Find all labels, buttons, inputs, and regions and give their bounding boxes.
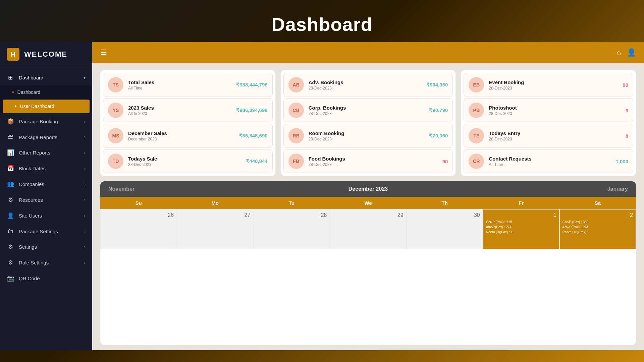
stat-card-td[interactable]: TD Todays Sale 28-Dec-2023 ₹440,844	[103, 149, 273, 173]
dashboard-icon: ⊞	[7, 74, 14, 81]
prev-month-label: November	[100, 186, 234, 192]
avatar-cr: CR	[469, 154, 484, 169]
card-value-ts: ₹988,444,796	[236, 82, 267, 88]
calendar-area: November December 2023 January Su Mo Tu …	[92, 181, 644, 350]
sidebar-item-settings[interactable]: ⚙ Settings ›	[0, 239, 92, 255]
settings-icon: ⚙	[7, 243, 14, 250]
avatar-fb: FB	[288, 154, 304, 169]
sidebar-item-dashboard[interactable]: ⊞ Dashboard ▾	[0, 70, 92, 85]
card-column-3: EB Event Booking 28-Dec-2023 90 PB Photo…	[461, 70, 636, 176]
stat-card-te[interactable]: TE Todays Entry 28-Dec-2023 8	[464, 124, 633, 148]
card-column-2: AB Adv. Bookings 28-Dec-2023 ₹994,960 CB…	[281, 70, 456, 176]
sidebar-item-companies[interactable]: 👥 Companies ›	[0, 176, 92, 192]
sidebar-item-resources[interactable]: ⚙ Resources ›	[0, 192, 92, 208]
other-reports-icon: 📊	[7, 149, 14, 156]
cal-day-num: 1	[486, 212, 556, 218]
sidebar-label-dashboard: Dashboard	[19, 75, 43, 80]
card-value-eb: 90	[623, 82, 628, 88]
cal-day-num: 28	[256, 212, 327, 218]
sidebar-item-block-dates[interactable]: 📅 Block Dates ›	[0, 161, 92, 176]
card-value-pb: 9	[626, 108, 628, 113]
card-sub-fb: 28-Dec-2023	[309, 162, 438, 167]
card-column-1: TS Total Sales All Time ₹988,444,796 YS …	[100, 70, 275, 176]
sidebar-item-role-settings[interactable]: ⚙ Role Settings ›	[0, 255, 92, 270]
stat-card-ab[interactable]: AB Adv. Bookings 28-Dec-2023 ₹994,960	[283, 73, 453, 97]
weekday-we: We	[330, 200, 406, 206]
sidebar-sub-dashboard: Dashboard User Dashboard	[0, 85, 92, 113]
cal-day-num: 27	[180, 212, 250, 218]
cal-day-num: 2	[562, 212, 633, 218]
cal-cell-29[interactable]: 29	[330, 209, 406, 249]
stat-card-ms[interactable]: MS December Sales December 2023 ₹86,846,…	[103, 124, 273, 148]
stat-card-eb[interactable]: EB Event Booking 28-Dec-2023 90	[464, 73, 633, 97]
card-value-cr: 1,000	[615, 159, 628, 164]
stat-card-rb[interactable]: RB Room Booking 28-Dec-2023 ₹79,060	[283, 124, 453, 148]
card-title-fb: Food Bookings	[309, 156, 438, 162]
sidebar-item-qr-code[interactable]: 📷 QR Code	[0, 270, 92, 286]
sidebar-item-package-reports[interactable]: 🗃 Package Reports ›	[0, 129, 92, 145]
companies-icon: 👥	[7, 181, 14, 188]
avatar-ab: AB	[288, 77, 304, 93]
cal-cell-27[interactable]: 27	[177, 209, 253, 249]
cal-cell-26[interactable]: 26	[100, 209, 177, 249]
sidebar-item-package-settings[interactable]: 🗂 Package Settings ›	[0, 224, 92, 239]
stat-card-cb[interactable]: CB Corp. Bookings 28-Dec-2023 ₹90,790	[283, 98, 453, 122]
stat-card-pb[interactable]: PB Photoshoot 28-Dec-2023 9	[464, 98, 633, 122]
calendar-weekdays: Su Mo Tu We Th Fr Sa	[100, 197, 636, 209]
stat-card-cr[interactable]: CR Contact Requests All Time 1,000	[464, 149, 633, 173]
card-sub-td: 28-Dec-2023	[128, 162, 241, 167]
curr-month-label: December 2023	[234, 186, 502, 192]
sidebar-item-dashboard-main[interactable]: Dashboard	[0, 85, 92, 99]
calendar-header: November December 2023 January	[100, 181, 636, 197]
avatar-eb: EB	[469, 77, 484, 93]
chevron-right-icon: ›	[84, 245, 86, 249]
next-month-label: January	[502, 186, 636, 192]
card-value-cb: ₹90,790	[429, 107, 448, 113]
card-value-td: ₹440,844	[246, 158, 267, 164]
block-dates-icon: 📅	[7, 165, 14, 172]
package-reports-icon: 🗃	[7, 134, 14, 140]
cal-cell-2[interactable]: 2 Cor-P (Pax) : 359Adv-P(Pax) : 293Room …	[559, 209, 636, 249]
chevron-right-icon: ›	[84, 150, 86, 155]
avatar-te: TE	[469, 128, 484, 143]
chevron-right-icon: ›	[84, 182, 86, 187]
hamburger-icon[interactable]: ☰	[100, 48, 107, 57]
cal-booking-info-1: Cor-P (Pax) : 718Adv-P(Pax) : 274Room (9…	[486, 220, 556, 235]
sidebar-item-user-dashboard[interactable]: User Dashboard	[3, 100, 90, 113]
card-sub-ms: December 2023	[128, 137, 234, 141]
weekday-su: Su	[100, 200, 177, 206]
card-title-ys: 2023 Sales	[128, 105, 231, 111]
avatar-pb: PB	[469, 103, 484, 118]
sidebar-item-package-booking[interactable]: 📦 Package Booking ›	[0, 114, 92, 129]
card-value-ys: ₹986,394,699	[236, 107, 267, 113]
card-sub-cr: All Time	[489, 162, 611, 167]
card-sub-eb: 28-Dec-2023	[489, 86, 618, 90]
card-title-rb: Room Booking	[309, 130, 425, 136]
card-title-pb: Photoshoot	[489, 105, 621, 111]
card-title-ms: December Sales	[128, 130, 234, 136]
avatar-cb: CB	[288, 103, 304, 118]
sidebar-logo: H WELCOME	[0, 42, 92, 67]
chevron-right-icon: ›	[84, 135, 86, 139]
weekday-sa: Sa	[559, 200, 636, 206]
stat-card-ts[interactable]: TS Total Sales All Time ₹988,444,796	[103, 73, 273, 97]
cal-cell-1[interactable]: 1 Cor-P (Pax) : 718Adv-P(Pax) : 274Room …	[483, 209, 559, 249]
weekday-mo: Mo	[177, 200, 253, 206]
cards-area: TS Total Sales All Time ₹988,444,796 YS …	[92, 63, 644, 181]
card-value-fb: 90	[442, 159, 448, 164]
card-sub-pb: 28-Dec-2023	[489, 111, 621, 116]
sidebar-item-site-users[interactable]: 👤 Site Users ›	[0, 208, 92, 224]
card-sub-ys: All In 2023	[128, 111, 231, 116]
stat-card-ys[interactable]: YS 2023 Sales All In 2023 ₹986,394,699	[103, 98, 273, 122]
stat-card-fb[interactable]: FB Food Bookings 28-Dec-2023 90	[283, 149, 453, 173]
page-title-area: Dashboard	[0, 0, 644, 42]
home-icon[interactable]: ⌂	[616, 48, 621, 57]
package-settings-icon: 🗂	[7, 228, 14, 235]
cal-cell-30[interactable]: 30	[407, 209, 483, 249]
card-sub-rb: 28-Dec-2023	[309, 137, 425, 141]
user-icon[interactable]: 👤	[627, 48, 636, 57]
sidebar-item-other-reports[interactable]: 📊 Other Reports ›	[0, 145, 92, 161]
avatar-ys: YS	[108, 103, 123, 118]
card-title-ts: Total Sales	[128, 79, 231, 85]
cal-cell-28[interactable]: 28	[253, 209, 330, 249]
